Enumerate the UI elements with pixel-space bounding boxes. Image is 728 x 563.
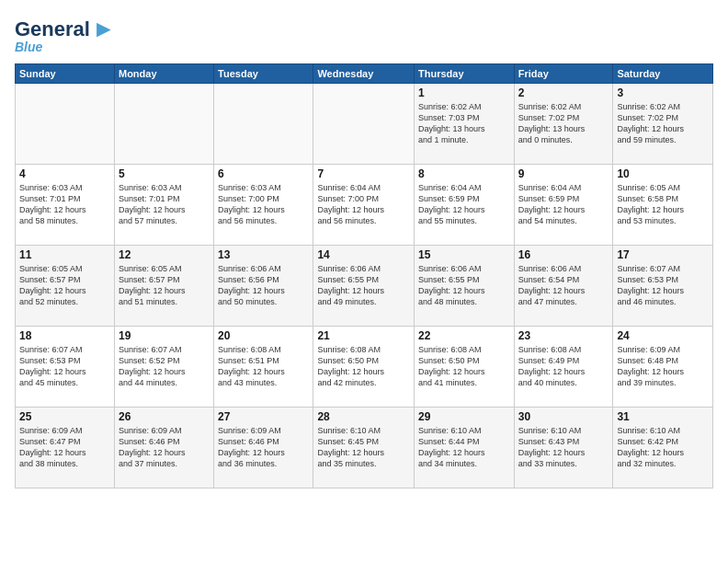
day-info: Sunrise: 6:08 AM Sunset: 6:50 PM Dayligh…: [418, 344, 510, 389]
calendar-cell: 10Sunrise: 6:05 AM Sunset: 6:58 PM Dayli…: [613, 165, 713, 246]
day-info: Sunrise: 6:10 AM Sunset: 6:42 PM Dayligh…: [617, 425, 709, 470]
calendar-cell: 16Sunrise: 6:06 AM Sunset: 6:54 PM Dayli…: [514, 246, 613, 327]
day-number: 30: [518, 410, 609, 423]
day-number: 7: [317, 167, 410, 180]
calendar-cell: 17Sunrise: 6:07 AM Sunset: 6:53 PM Dayli…: [613, 246, 713, 327]
day-number: 8: [418, 167, 510, 180]
weekday-header: Saturday: [613, 64, 713, 84]
calendar-cell: 4Sunrise: 6:03 AM Sunset: 7:01 PM Daylig…: [16, 165, 115, 246]
day-info: Sunrise: 6:09 AM Sunset: 6:46 PM Dayligh…: [218, 425, 309, 470]
day-number: 24: [617, 329, 709, 342]
calendar-cell: 1Sunrise: 6:02 AM Sunset: 7:03 PM Daylig…: [415, 84, 515, 165]
day-number: 1: [418, 86, 510, 99]
calendar-cell: 6Sunrise: 6:03 AM Sunset: 7:00 PM Daylig…: [214, 165, 313, 246]
calendar-cell: 3Sunrise: 6:02 AM Sunset: 7:02 PM Daylig…: [613, 84, 713, 165]
day-info: Sunrise: 6:04 AM Sunset: 6:59 PM Dayligh…: [418, 182, 510, 227]
day-number: 3: [617, 86, 709, 99]
day-number: 14: [317, 248, 410, 261]
calendar-week-row: 4Sunrise: 6:03 AM Sunset: 7:01 PM Daylig…: [16, 165, 713, 246]
day-info: Sunrise: 6:06 AM Sunset: 6:54 PM Dayligh…: [518, 263, 609, 308]
day-info: Sunrise: 6:02 AM Sunset: 7:02 PM Dayligh…: [518, 101, 609, 146]
calendar-cell: 5Sunrise: 6:03 AM Sunset: 7:01 PM Daylig…: [114, 165, 213, 246]
calendar-cell: 25Sunrise: 6:09 AM Sunset: 6:47 PM Dayli…: [16, 408, 115, 488]
day-number: 19: [119, 329, 210, 342]
calendar-cell: 11Sunrise: 6:05 AM Sunset: 6:57 PM Dayli…: [16, 246, 115, 327]
day-info: Sunrise: 6:04 AM Sunset: 6:59 PM Dayligh…: [518, 182, 609, 227]
calendar-cell: 31Sunrise: 6:10 AM Sunset: 6:42 PM Dayli…: [613, 408, 713, 488]
calendar-cell: [313, 84, 415, 165]
day-info: Sunrise: 6:10 AM Sunset: 6:45 PM Dayligh…: [317, 425, 410, 470]
day-number: 31: [617, 410, 709, 423]
calendar-week-row: 1Sunrise: 6:02 AM Sunset: 7:03 PM Daylig…: [16, 84, 713, 165]
day-info: Sunrise: 6:03 AM Sunset: 7:00 PM Dayligh…: [218, 182, 309, 227]
calendar-cell: 20Sunrise: 6:08 AM Sunset: 6:51 PM Dayli…: [214, 327, 313, 408]
day-number: 12: [119, 248, 210, 261]
day-info: Sunrise: 6:08 AM Sunset: 6:50 PM Dayligh…: [317, 344, 410, 389]
day-info: Sunrise: 6:05 AM Sunset: 6:58 PM Dayligh…: [617, 182, 709, 227]
logo-text: General►Blue: [15, 15, 116, 54]
calendar-week-row: 25Sunrise: 6:09 AM Sunset: 6:47 PM Dayli…: [16, 408, 713, 488]
calendar-cell: [214, 84, 313, 165]
calendar-cell: 13Sunrise: 6:06 AM Sunset: 6:56 PM Dayli…: [214, 246, 313, 327]
calendar-cell: 8Sunrise: 6:04 AM Sunset: 6:59 PM Daylig…: [415, 165, 515, 246]
day-number: 5: [119, 167, 210, 180]
day-number: 13: [218, 248, 309, 261]
day-info: Sunrise: 6:09 AM Sunset: 6:46 PM Dayligh…: [119, 425, 210, 470]
day-info: Sunrise: 6:08 AM Sunset: 6:51 PM Dayligh…: [218, 344, 309, 389]
calendar-header-row: SundayMondayTuesdayWednesdayThursdayFrid…: [16, 64, 713, 84]
day-number: 15: [418, 248, 510, 261]
day-info: Sunrise: 6:06 AM Sunset: 6:56 PM Dayligh…: [218, 263, 309, 308]
calendar-cell: 22Sunrise: 6:08 AM Sunset: 6:50 PM Dayli…: [415, 327, 515, 408]
weekday-header: Tuesday: [214, 64, 313, 84]
day-number: 16: [518, 248, 609, 261]
day-info: Sunrise: 6:05 AM Sunset: 6:57 PM Dayligh…: [119, 263, 210, 308]
day-info: Sunrise: 6:09 AM Sunset: 6:48 PM Dayligh…: [617, 344, 709, 389]
day-info: Sunrise: 6:07 AM Sunset: 6:53 PM Dayligh…: [19, 344, 110, 389]
calendar-cell: 29Sunrise: 6:10 AM Sunset: 6:44 PM Dayli…: [415, 408, 515, 488]
logo-arrow-icon: ►: [92, 15, 116, 43]
header: General►Blue: [15, 15, 713, 54]
day-number: 20: [218, 329, 309, 342]
calendar-cell: 27Sunrise: 6:09 AM Sunset: 6:46 PM Dayli…: [214, 408, 313, 488]
day-info: Sunrise: 6:06 AM Sunset: 6:55 PM Dayligh…: [418, 263, 510, 308]
day-info: Sunrise: 6:06 AM Sunset: 6:55 PM Dayligh…: [317, 263, 410, 308]
calendar-cell: 23Sunrise: 6:08 AM Sunset: 6:49 PM Dayli…: [514, 327, 613, 408]
day-info: Sunrise: 6:02 AM Sunset: 7:03 PM Dayligh…: [418, 101, 510, 146]
day-info: Sunrise: 6:09 AM Sunset: 6:47 PM Dayligh…: [19, 425, 110, 470]
calendar-cell: 2Sunrise: 6:02 AM Sunset: 7:02 PM Daylig…: [514, 84, 613, 165]
calendar-cell: 9Sunrise: 6:04 AM Sunset: 6:59 PM Daylig…: [514, 165, 613, 246]
day-info: Sunrise: 6:10 AM Sunset: 6:44 PM Dayligh…: [418, 425, 510, 470]
calendar-table: SundayMondayTuesdayWednesdayThursdayFrid…: [15, 63, 713, 488]
weekday-header: Wednesday: [313, 64, 415, 84]
day-info: Sunrise: 6:02 AM Sunset: 7:02 PM Dayligh…: [617, 101, 709, 146]
logo: General►Blue: [15, 15, 116, 54]
day-number: 27: [218, 410, 309, 423]
day-number: 10: [617, 167, 709, 180]
calendar-cell: 7Sunrise: 6:04 AM Sunset: 7:00 PM Daylig…: [313, 165, 415, 246]
day-info: Sunrise: 6:04 AM Sunset: 7:00 PM Dayligh…: [317, 182, 410, 227]
calendar-cell: 12Sunrise: 6:05 AM Sunset: 6:57 PM Dayli…: [114, 246, 213, 327]
day-info: Sunrise: 6:10 AM Sunset: 6:43 PM Dayligh…: [518, 425, 609, 470]
calendar-cell: 28Sunrise: 6:10 AM Sunset: 6:45 PM Dayli…: [313, 408, 415, 488]
page: General►Blue SundayMondayTuesdayWednesda…: [0, 0, 728, 563]
weekday-header: Friday: [514, 64, 613, 84]
day-number: 2: [518, 86, 609, 99]
day-number: 22: [418, 329, 510, 342]
day-number: 11: [19, 248, 110, 261]
calendar-cell: 18Sunrise: 6:07 AM Sunset: 6:53 PM Dayli…: [16, 327, 115, 408]
day-info: Sunrise: 6:03 AM Sunset: 7:01 PM Dayligh…: [119, 182, 210, 227]
calendar-week-row: 18Sunrise: 6:07 AM Sunset: 6:53 PM Dayli…: [16, 327, 713, 408]
calendar-cell: [16, 84, 115, 165]
day-info: Sunrise: 6:07 AM Sunset: 6:52 PM Dayligh…: [119, 344, 210, 389]
day-info: Sunrise: 6:08 AM Sunset: 6:49 PM Dayligh…: [518, 344, 609, 389]
day-number: 9: [518, 167, 609, 180]
day-number: 6: [218, 167, 309, 180]
calendar-week-row: 11Sunrise: 6:05 AM Sunset: 6:57 PM Dayli…: [16, 246, 713, 327]
calendar-cell: 19Sunrise: 6:07 AM Sunset: 6:52 PM Dayli…: [114, 327, 213, 408]
weekday-header: Thursday: [415, 64, 515, 84]
day-number: 4: [19, 167, 110, 180]
calendar-cell: 14Sunrise: 6:06 AM Sunset: 6:55 PM Dayli…: [313, 246, 415, 327]
day-number: 29: [418, 410, 510, 423]
day-number: 23: [518, 329, 609, 342]
day-info: Sunrise: 6:07 AM Sunset: 6:53 PM Dayligh…: [617, 263, 709, 308]
